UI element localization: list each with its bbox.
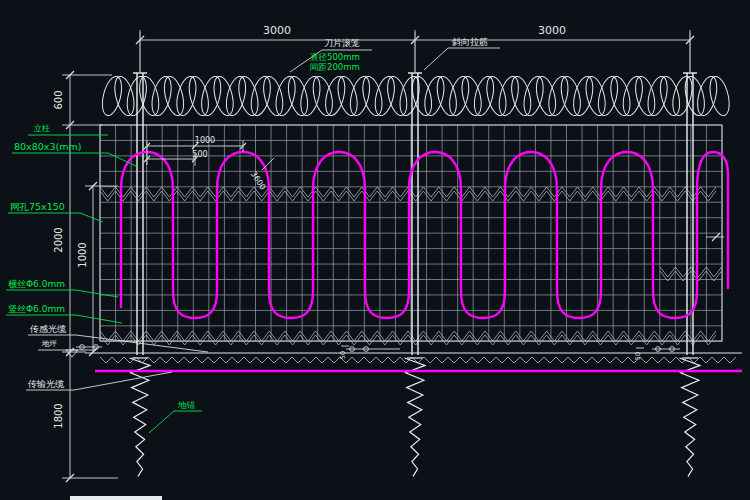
fence-cad-drawing: 3000 3000 600 2000 1000 1800 1000 500 36… [0, 0, 750, 500]
sheet-border-fragment [70, 496, 162, 500]
label-diagonal-tie: 斜向拉筋 [452, 37, 488, 47]
label-vertical-wire: 竖丝Φ6.0mm [8, 304, 65, 314]
razor-coil [99, 75, 733, 118]
dim-gap-right: 50 [634, 352, 642, 360]
dim-coil-height: 600 [53, 90, 64, 109]
ground-fittings [76, 345, 680, 352]
dim-top-half-spacing: 500 [192, 150, 207, 159]
label-transmission-cable: 传输光缆 [27, 379, 64, 389]
dim-inner-height: 1000 [77, 242, 88, 267]
dim-span-left: 3000 [263, 24, 291, 37]
label-ground-level: 地坪 [41, 339, 58, 348]
label-ground-anchor: 地锚 [177, 400, 196, 410]
cad-canvas[interactable]: 3000 3000 600 2000 1000 1800 1000 500 36… [0, 0, 750, 500]
dim-cable-length: 3600 [249, 170, 268, 192]
label-razor-coil: 刀片滚笼 [324, 38, 360, 48]
dim-top-spacing: 1000 [195, 136, 215, 145]
label-post-spec: 80x80x3(mm) [14, 141, 81, 152]
dim-fence-height: 2000 [53, 227, 64, 252]
ground-screws [130, 358, 700, 476]
label-post: 立柱 [34, 124, 50, 133]
label-horizontal-wire: 横丝Φ6.0mm [8, 279, 65, 289]
label-mesh-spec: 网孔75x150 [10, 201, 65, 212]
dim-span-right: 3000 [538, 24, 566, 37]
label-razor-diameter: 直径500mm [310, 52, 360, 62]
label-razor-pitch: 间距200mm [310, 62, 360, 72]
sensor-cable-serpentine [121, 152, 728, 318]
label-sensor-cable: 传感光缆 [29, 324, 66, 334]
dim-anchor-depth: 1800 [53, 403, 64, 428]
dim-gap-mid: 50 [339, 351, 347, 359]
